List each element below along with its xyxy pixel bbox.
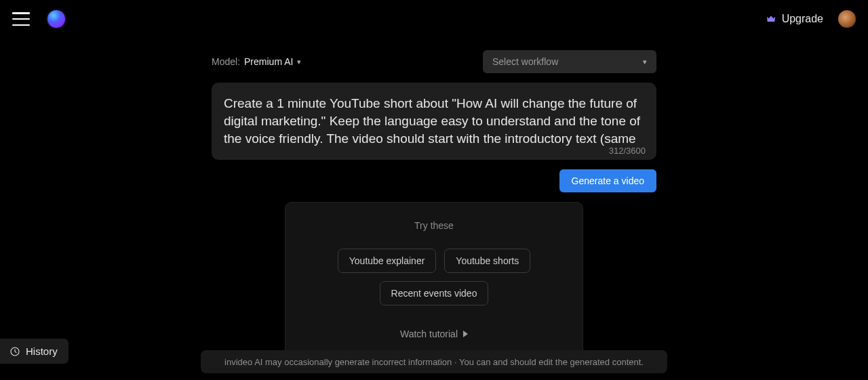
play-icon <box>463 331 468 337</box>
generate-label: Generate a video <box>572 175 644 186</box>
disclaimer-text: invideo AI may occasionally generate inc… <box>224 357 644 367</box>
watch-label: Watch tutorial <box>400 329 458 339</box>
model-value[interactable]: Premium AI <box>244 56 293 67</box>
generate-row: Generate a video <box>212 169 656 192</box>
try-title: Try these <box>299 220 569 231</box>
history-button[interactable]: History <box>0 339 68 364</box>
workflow-placeholder: Select workflow <box>492 56 558 67</box>
chip-row: Youtube explainer Youtube shorts Recent … <box>299 249 569 305</box>
chevron-down-icon[interactable]: ▾ <box>297 58 301 66</box>
workflow-select[interactable]: Select workflow ▾ <box>483 50 656 73</box>
main-column: Model: Premium AI ▾ Select workflow ▾ Cr… <box>212 50 656 358</box>
chip-youtube-shorts[interactable]: Youtube shorts <box>444 249 530 273</box>
disclaimer-bar: invideo AI may occasionally generate inc… <box>201 350 667 373</box>
hamburger-icon[interactable] <box>12 12 30 26</box>
chip-youtube-explainer[interactable]: Youtube explainer <box>338 249 437 273</box>
prompt-text[interactable]: Create a 1 minute YouTube short about "H… <box>224 95 644 148</box>
chip-recent-events[interactable]: Recent events video <box>380 281 489 305</box>
model-label: Model: <box>212 56 240 67</box>
prompt-box[interactable]: Create a 1 minute YouTube short about "H… <box>212 83 656 160</box>
try-these-panel: Try these Youtube explainer Youtube shor… <box>285 202 583 358</box>
generate-button[interactable]: Generate a video <box>559 169 656 192</box>
upgrade-label: Upgrade <box>782 13 823 25</box>
watch-tutorial[interactable]: Watch tutorial <box>400 329 468 339</box>
upgrade-button[interactable]: Upgrade <box>766 13 823 25</box>
crown-icon <box>766 14 776 24</box>
top-bar: Upgrade <box>0 1 868 37</box>
clock-icon <box>9 346 20 357</box>
chevron-down-icon: ▾ <box>643 58 647 66</box>
char-count: 312/3600 <box>609 146 646 156</box>
top-right-group: Upgrade <box>766 10 856 28</box>
history-label: History <box>26 345 58 357</box>
avatar[interactable] <box>838 10 856 28</box>
model-row: Model: Premium AI ▾ Select workflow ▾ <box>212 50 656 73</box>
app-logo[interactable] <box>47 10 65 28</box>
